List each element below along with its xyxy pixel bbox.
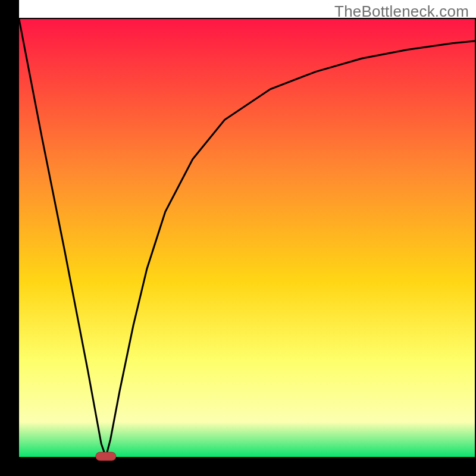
optimum-marker (96, 452, 116, 461)
plot-background (19, 19, 476, 457)
watermark-text: TheBottleneck.com (334, 2, 469, 21)
bottleneck-chart (0, 0, 476, 476)
axis-bottom (0, 457, 476, 476)
axis-left (0, 0, 19, 476)
chart-frame: TheBottleneck.com (0, 0, 476, 476)
